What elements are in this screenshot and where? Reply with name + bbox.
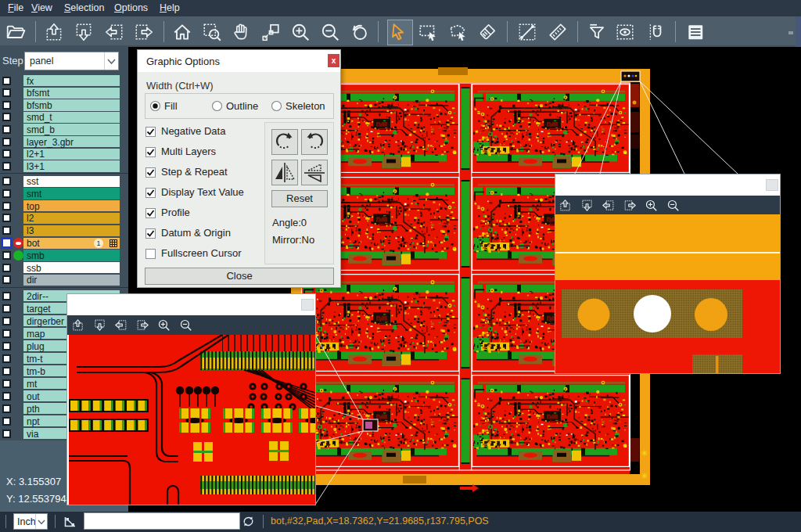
svg-text:✳: ✳	[641, 471, 648, 480]
svg-text:✳: ✳	[641, 448, 648, 458]
